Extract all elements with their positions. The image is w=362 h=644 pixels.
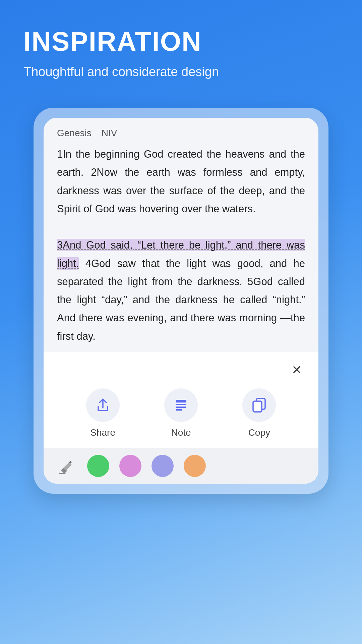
color-row <box>44 448 318 484</box>
close-button[interactable]: ✕ <box>288 362 305 378</box>
svg-rect-5 <box>253 401 262 412</box>
note-label: Note <box>171 427 191 438</box>
phone-mockup: Genesis NIV 1In the beginning God create… <box>34 108 328 494</box>
copy-icon-circle <box>242 388 276 422</box>
share-icon-circle <box>86 388 120 422</box>
svg-rect-1 <box>176 404 186 405</box>
bible-header: Genesis NIV <box>57 128 305 139</box>
color-purple[interactable] <box>152 455 174 477</box>
bible-reader: Genesis NIV 1In the beginning God create… <box>44 118 318 352</box>
color-orange[interactable] <box>184 455 206 477</box>
close-bar: ✕ <box>44 352 318 382</box>
highlighter-icon <box>57 458 74 474</box>
page-title: INSPIRATION <box>23 27 339 56</box>
note-icon-circle <box>164 388 198 422</box>
bible-text: 1In the beginning God created the heaven… <box>57 145 305 345</box>
share-icon <box>95 397 111 413</box>
share-button[interactable]: Share <box>86 388 120 438</box>
page-subtitle: Thoughtful and considerate design <box>23 63 339 81</box>
copy-button[interactable]: Copy <box>242 388 276 438</box>
header: INSPIRATION Thoughtful and considerate d… <box>0 0 362 94</box>
bible-version: NIV <box>102 128 117 139</box>
copy-label: Copy <box>248 427 270 438</box>
svg-rect-0 <box>176 400 186 402</box>
svg-rect-2 <box>176 407 186 408</box>
note-button[interactable]: Note <box>164 388 198 438</box>
share-label: Share <box>90 427 115 438</box>
copy-icon <box>251 397 267 413</box>
highlight-tool-icon[interactable] <box>54 458 77 474</box>
color-green[interactable] <box>87 455 109 477</box>
phone-inner: Genesis NIV 1In the beginning God create… <box>44 118 318 484</box>
bible-text-after: 4God saw that the light was good, and he… <box>57 258 305 342</box>
bottom-panel: ✕ Share <box>44 352 318 484</box>
bible-book: Genesis <box>57 128 92 139</box>
note-icon <box>173 397 189 413</box>
close-icon: ✕ <box>292 363 302 377</box>
color-pink[interactable] <box>119 455 141 477</box>
bible-text-before: 1In the beginning God created the heaven… <box>57 148 305 215</box>
action-buttons: Share Note <box>44 382 318 448</box>
svg-rect-3 <box>176 409 182 411</box>
